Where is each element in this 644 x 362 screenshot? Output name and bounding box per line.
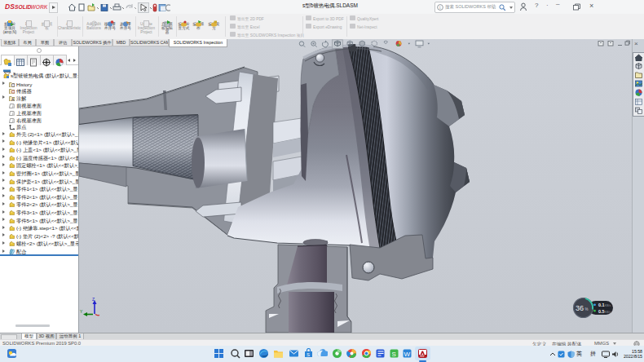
svg-text:WORKS: WORKS (31, 4, 48, 10)
svg-text:36: 36 (576, 304, 584, 312)
svg-text:KB/s: KB/s (605, 304, 611, 307)
svg-text:KB/s: KB/s (605, 311, 611, 314)
svg-text:W: W (404, 351, 411, 358)
svg-text:%: % (585, 307, 589, 311)
svg-text:SOLID: SOLID (15, 4, 32, 10)
svg-text:0.5: 0.5 (598, 309, 605, 314)
svg-text:i: i (439, 5, 441, 10)
svg-text:S: S (392, 351, 396, 358)
svg-text:S: S (307, 352, 310, 357)
svg-text:0.1: 0.1 (598, 302, 605, 307)
svg-text:Z: Z (92, 297, 95, 302)
svg-text:DS: DS (5, 2, 15, 11)
svg-text:SW: SW (420, 355, 425, 358)
